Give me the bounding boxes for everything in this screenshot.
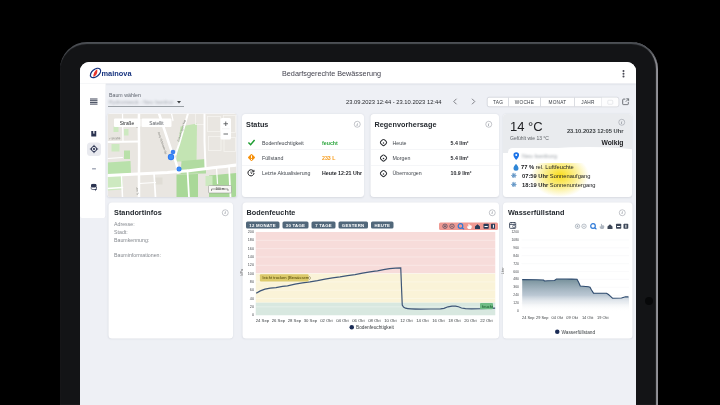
svg-text:100 m: 100 m (216, 187, 225, 191)
svg-text:Straße: Straße (120, 121, 135, 126)
svg-text:Satellit: Satellit (149, 121, 164, 126)
svg-text:feucht: feucht (482, 303, 494, 308)
svg-text:Am Tr: Am Tr (135, 187, 140, 195)
svg-text:r-Straße: r-Straße (109, 136, 120, 140)
svg-text:leicht trocken (Bewässern): leicht trocken (Bewässern) (263, 275, 312, 280)
